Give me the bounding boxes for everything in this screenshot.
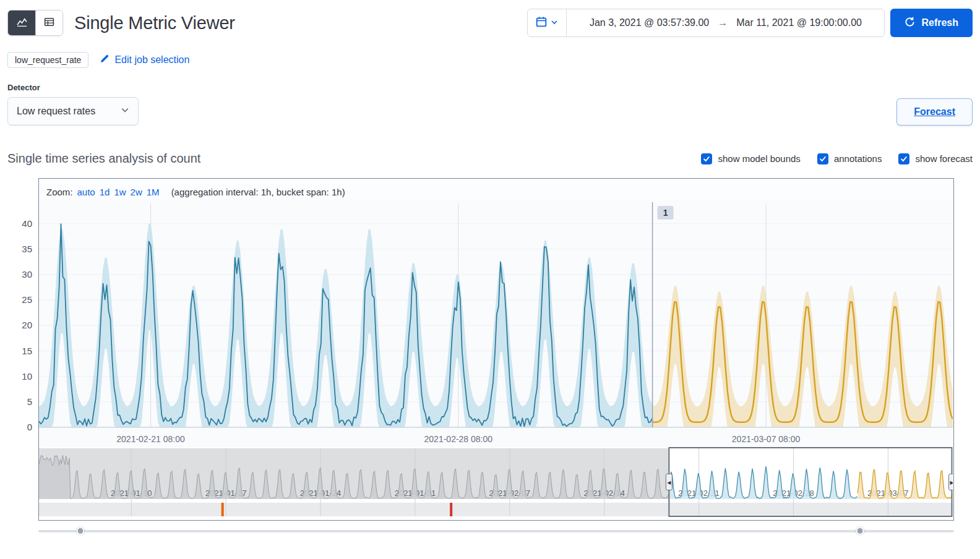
annotations-checkbox[interactable]: annotations [817,153,882,164]
svg-text:2021-02-28 08:00: 2021-02-28 08:00 [424,434,493,444]
detector-label: Detector [7,83,139,92]
svg-text:◀: ◀ [667,480,671,485]
slider-handle-left[interactable] [77,527,85,535]
refresh-label: Refresh [921,17,958,28]
context-navigator-chart[interactable]: 2021-01-102021-01-172021-01-242021-01-31… [39,447,953,520]
slider-handle-right[interactable] [856,527,864,535]
checkbox-label: show forecast [915,153,973,164]
timeseries-chart-card: Zoom: auto 1d 1w 2w 1M (aggregation inte… [38,178,954,521]
single-metric-viewer-page: Single Metric Viewer Jan 3, 2021 @ 03:57… [0,0,980,536]
analysis-heading: Single time series analysis of count [7,151,200,166]
refresh-icon [905,17,915,30]
detector-select[interactable]: Low request rates [7,97,139,126]
detector-field: Detector Low request rates [7,83,139,126]
chevron-down-icon [121,106,129,117]
slider-track[interactable] [38,530,954,532]
time-range-slider [38,526,954,536]
refresh-button[interactable]: Refresh [890,9,973,37]
main-timeseries-chart[interactable]: 2021-02-21 08:002021-02-28 08:002021-03-… [39,200,953,447]
detector-selected-option: Low request rates [17,106,95,117]
table-view-toggle-button[interactable] [35,11,62,35]
checkbox-checked-icon [817,153,828,164]
super-date-picker: Jan 3, 2021 @ 03:57:39.00 → Mar 11, 2021… [527,9,885,37]
forecast-button[interactable]: Forecast [896,98,973,126]
zoom-option-1w[interactable]: 1w [114,187,126,197]
y-axis-labels: 0510152025303540 [7,200,32,447]
zoom-option-1M[interactable]: 1M [147,187,160,197]
zoom-option-auto[interactable]: auto [77,187,95,197]
end-date[interactable]: Mar 11, 2021 @ 19:00:00.00 [736,17,862,28]
svg-text:2021-03-07 08:00: 2021-03-07 08:00 [732,434,801,444]
zoom-label: Zoom: [46,187,73,197]
edit-job-selection-link[interactable]: Edit job selection [100,54,189,66]
analysis-row: Single time series analysis of count sho… [7,151,973,166]
checkbox-label: show model bounds [718,153,800,164]
date-range-display: Jan 3, 2021 @ 03:57:39.00 → Mar 11, 2021… [567,17,884,28]
calendar-icon [536,16,547,30]
chevron-down-icon [551,17,558,28]
table-icon [44,17,54,30]
page-header: Single Metric Viewer Jan 3, 2021 @ 03:57… [7,9,973,37]
chart-view-toggle-button[interactable] [8,11,35,35]
date-quick-select-button[interactable] [528,9,567,36]
job-badge: low_request_rate [7,52,88,68]
zoom-option-2w[interactable]: 2w [131,187,142,197]
detector-row: Detector Low request rates Forecast [7,83,973,126]
header-right: Jan 3, 2021 @ 03:57:39.00 → Mar 11, 2021… [527,9,973,37]
checkbox-label: annotations [834,153,882,164]
page-title: Single Metric Viewer [74,13,235,33]
show-forecast-checkbox[interactable]: show forecast [898,153,973,164]
edit-job-selection-label: Edit job selection [114,54,189,66]
job-selection-row: low_request_rate Edit job selection [7,52,973,68]
arrow-right-icon: → [718,17,728,28]
start-date[interactable]: Jan 3, 2021 @ 03:57:39.00 [590,17,709,28]
line-chart-icon [17,17,27,30]
svg-text:▶: ▶ [950,480,953,485]
zoom-option-1d[interactable]: 1d [100,187,110,197]
aggregation-interval-note: (aggregation interval: 1h, bucket span: … [171,187,345,197]
svg-text:2021-02-21 08:00: 2021-02-21 08:00 [116,434,185,444]
checkbox-checked-icon [898,153,909,164]
show-model-bounds-checkbox[interactable]: show model bounds [701,153,800,164]
zoom-controls: Zoom: auto 1d 1w 2w 1M (aggregation inte… [39,179,953,200]
checkbox-checked-icon [701,153,712,164]
chart-region: 0510152025303540 Zoom: auto 1d 1w 2w 1M … [38,178,954,536]
pencil-icon [100,54,110,66]
svg-text:1: 1 [663,208,668,218]
chart-option-checkboxes: show model bounds annotations show forec… [701,153,973,164]
view-toggle-group [7,10,63,36]
header-left: Single Metric Viewer [7,10,235,36]
